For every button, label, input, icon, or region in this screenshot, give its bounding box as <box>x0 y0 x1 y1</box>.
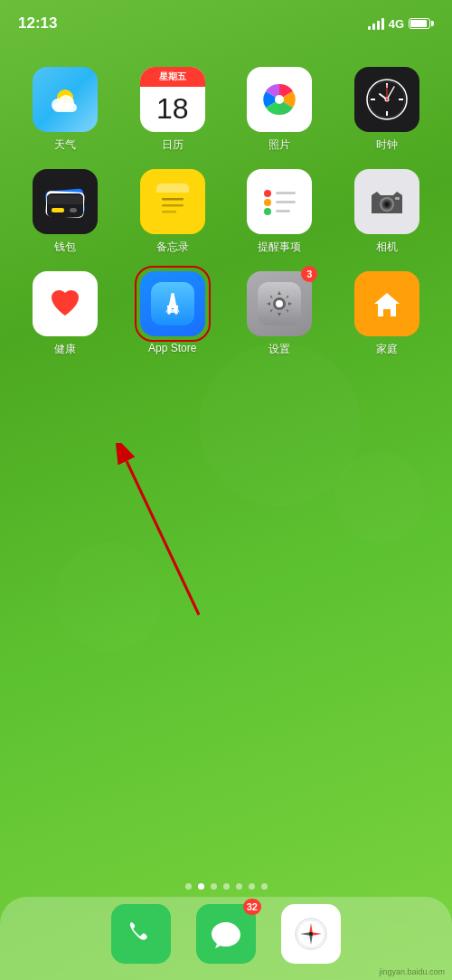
health-label: 健康 <box>54 342 76 357</box>
dock-item-phone[interactable] <box>111 904 171 964</box>
svg-point-3 <box>58 95 74 111</box>
app-item-settings[interactable]: 3 设 <box>231 271 329 357</box>
appstore-label: App Store <box>148 342 196 354</box>
app-item-home[interactable]: 家庭 <box>338 271 437 357</box>
svg-rect-53 <box>123 916 159 952</box>
page-dot-2[interactable] <box>211 883 217 890</box>
messages-icon: 32 <box>196 904 256 964</box>
svg-point-4 <box>275 95 284 104</box>
home-label: 家庭 <box>376 342 398 357</box>
photos-label: 照片 <box>268 137 290 153</box>
page-dot-3[interactable] <box>223 883 230 890</box>
weather-icon <box>33 67 98 132</box>
watermark: jingyan.baidu.com <box>379 967 445 976</box>
battery-icon <box>409 18 434 29</box>
clock-label: 时钟 <box>376 137 398 153</box>
svg-point-48 <box>276 300 283 307</box>
app-item-wallet[interactable]: 钱包 <box>16 169 115 255</box>
dock-item-messages[interactable]: 32 <box>196 904 256 964</box>
photos-icon <box>247 67 312 132</box>
page-dots <box>0 883 452 890</box>
svg-point-31 <box>264 199 271 206</box>
calendar-date: 18 <box>156 93 189 125</box>
calendar-header: 星期五 <box>140 67 205 87</box>
camera-icon <box>354 169 419 234</box>
status-time: 12:13 <box>18 14 57 33</box>
app-item-health[interactable]: 健康 <box>16 271 115 357</box>
arrow-annotation <box>90 443 217 624</box>
svg-point-29 <box>264 190 271 197</box>
signal-bars-icon <box>368 17 384 30</box>
app-item-calendar[interactable]: 星期五 18 日历 <box>124 67 222 153</box>
svg-rect-27 <box>162 211 176 213</box>
svg-rect-26 <box>162 204 184 207</box>
svg-line-52 <box>127 461 199 615</box>
notes-label: 备忘录 <box>156 240 189 255</box>
appstore-icon <box>140 271 205 336</box>
svg-rect-30 <box>276 192 296 194</box>
notes-icon <box>140 169 205 234</box>
settings-label: 设置 <box>268 342 290 357</box>
settings-badge: 3 <box>301 266 317 282</box>
messages-badge: 32 <box>243 899 261 915</box>
svg-rect-34 <box>276 210 290 212</box>
app-item-camera[interactable]: 相机 <box>338 169 437 255</box>
dock-item-safari[interactable] <box>281 904 341 964</box>
page-dot-5[interactable] <box>249 883 255 890</box>
reminders-icon <box>247 169 312 234</box>
safari-icon <box>281 904 341 964</box>
app-item-photos[interactable]: 照片 <box>231 67 329 153</box>
app-item-reminders[interactable]: 提醒事项 <box>231 169 329 255</box>
settings-icon: 3 <box>247 271 312 336</box>
svg-rect-19 <box>47 195 83 204</box>
weather-label: 天气 <box>54 137 76 153</box>
app-grid: 天气 星期五 18 日历 照片 <box>0 49 452 357</box>
svg-point-62 <box>309 932 313 936</box>
page-dot-1[interactable] <box>198 883 204 890</box>
wallet-label: 钱包 <box>54 240 76 255</box>
svg-rect-24 <box>156 189 189 193</box>
app-item-weather[interactable]: 天气 <box>16 67 115 153</box>
reminders-label: 提醒事项 <box>258 240 301 255</box>
svg-rect-25 <box>162 198 184 201</box>
camera-label: 相机 <box>376 240 398 255</box>
network-type: 4G <box>389 17 404 31</box>
app-item-clock[interactable]: 时钟 <box>338 67 437 153</box>
home-icon <box>354 271 419 336</box>
status-icons: 4G <box>368 17 434 31</box>
svg-rect-32 <box>276 201 296 203</box>
calendar-label: 日历 <box>162 137 184 153</box>
app-item-notes[interactable]: 备忘录 <box>124 169 222 255</box>
svg-point-39 <box>385 203 389 206</box>
page-dot-6[interactable] <box>261 883 268 890</box>
wallet-icon <box>33 169 98 234</box>
svg-point-33 <box>264 208 271 215</box>
calendar-icon: 星期五 18 <box>140 67 205 132</box>
phone-icon <box>111 904 171 964</box>
app-item-appstore[interactable]: App Store <box>124 271 222 357</box>
svg-rect-21 <box>70 208 77 212</box>
svg-rect-50 <box>383 309 391 316</box>
status-bar: 12:13 4G <box>0 0 452 40</box>
health-icon <box>33 271 98 336</box>
svg-rect-20 <box>52 208 64 212</box>
clock-icon <box>354 67 419 132</box>
page-dot-0[interactable] <box>185 883 192 890</box>
page-dot-4[interactable] <box>236 883 242 890</box>
svg-point-15 <box>385 99 388 101</box>
svg-rect-40 <box>395 197 400 200</box>
